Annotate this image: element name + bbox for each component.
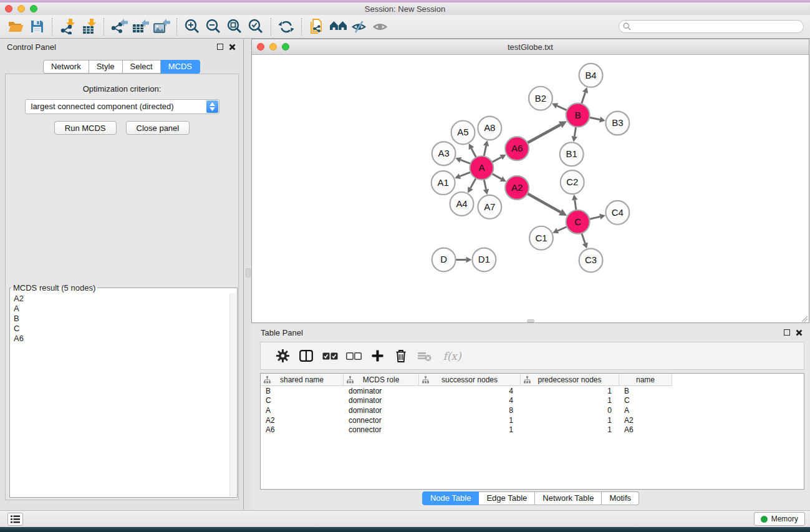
table-cell[interactable]: connector bbox=[344, 416, 419, 425]
table-cell[interactable]: dominator bbox=[344, 406, 419, 415]
table-cell[interactable]: 1 bbox=[521, 387, 619, 395]
network-graph[interactable]: B4B2BB3A5A8A6A3AB1A1A4A7A2C2CC4C1C3DD1 bbox=[252, 56, 809, 322]
horizontal-scrollbar-thumb[interactable] bbox=[527, 319, 534, 322]
column-header[interactable]: successor nodes bbox=[419, 374, 521, 386]
zoom-selected-button[interactable] bbox=[245, 17, 266, 37]
column-header[interactable]: MCDS role bbox=[344, 374, 419, 386]
table-row[interactable]: A2connector11A2 bbox=[261, 415, 804, 425]
table-cell[interactable]: 4 bbox=[419, 387, 521, 395]
tab-node-table[interactable]: Node Table bbox=[422, 491, 480, 505]
result-item[interactable]: C bbox=[11, 324, 228, 334]
tab-network-table[interactable]: Network Table bbox=[535, 491, 602, 505]
tab-network[interactable]: Network bbox=[43, 60, 89, 74]
tab-mcds[interactable]: MCDS bbox=[161, 60, 200, 74]
result-scrollbar[interactable] bbox=[229, 293, 236, 496]
node-A6[interactable]: A6 bbox=[505, 137, 529, 160]
table-cell[interactable]: 1 bbox=[521, 416, 619, 425]
table-cell[interactable]: 1 bbox=[419, 425, 521, 434]
table-row[interactable]: Adominator80A bbox=[261, 405, 804, 415]
vertical-scrollbar-thumb[interactable] bbox=[246, 268, 251, 278]
node-B4[interactable]: B4 bbox=[579, 64, 603, 87]
table-cell[interactable]: A2 bbox=[261, 416, 344, 425]
run-mcds-button[interactable]: Run MCDS bbox=[54, 121, 117, 135]
delete-table-button[interactable] bbox=[413, 345, 436, 367]
node-C2[interactable]: C2 bbox=[561, 170, 584, 194]
search-input[interactable] bbox=[631, 22, 803, 32]
node-B2[interactable]: B2 bbox=[529, 87, 552, 110]
table-cell[interactable]: A6 bbox=[619, 425, 672, 434]
table-cell[interactable]: A bbox=[619, 406, 672, 415]
table-cell[interactable]: 1 bbox=[419, 416, 521, 425]
column-header[interactable]: name bbox=[619, 374, 672, 386]
result-item[interactable]: A6 bbox=[11, 334, 228, 344]
network-window-titlebar[interactable]: testGlobe.txt bbox=[252, 39, 809, 55]
table-cell[interactable]: 1 bbox=[521, 425, 619, 434]
table-cell[interactable]: dominator bbox=[344, 396, 419, 405]
node-A5[interactable]: A5 bbox=[451, 121, 475, 145]
node-A2[interactable]: A2 bbox=[505, 176, 529, 200]
resize-handle-icon[interactable] bbox=[802, 316, 808, 322]
table-cell[interactable]: 1 bbox=[521, 396, 619, 405]
clone-network-button[interactable] bbox=[306, 17, 327, 37]
node-B3[interactable]: B3 bbox=[605, 112, 629, 135]
node-A[interactable]: A bbox=[470, 156, 493, 180]
node-table[interactable]: shared nameMCDS rolesuccessor nodesprede… bbox=[260, 373, 804, 490]
node-C4[interactable]: C4 bbox=[605, 201, 629, 225]
show-all-button[interactable] bbox=[370, 17, 391, 37]
function-builder-button[interactable]: f(x) bbox=[436, 345, 468, 367]
deselect-all-button[interactable] bbox=[342, 345, 365, 367]
export-table-button[interactable] bbox=[130, 17, 151, 37]
column-header[interactable]: shared name bbox=[261, 374, 344, 386]
table-cell[interactable]: A2 bbox=[619, 416, 672, 425]
table-cell[interactable]: B bbox=[619, 387, 672, 395]
close-panel-icon[interactable] bbox=[229, 44, 236, 51]
tab-select[interactable]: Select bbox=[123, 60, 161, 74]
table-row[interactable]: A6connector11A6 bbox=[261, 425, 804, 435]
save-session-button[interactable] bbox=[26, 17, 47, 37]
result-item[interactable]: A bbox=[11, 304, 228, 314]
node-A8[interactable]: A8 bbox=[478, 117, 501, 140]
tab-edge-table[interactable]: Edge Table bbox=[479, 491, 535, 505]
node-A3[interactable]: A3 bbox=[432, 142, 456, 165]
node-A1[interactable]: A1 bbox=[432, 171, 455, 195]
close-panel-icon[interactable] bbox=[796, 329, 803, 336]
import-table-button[interactable] bbox=[78, 17, 99, 37]
node-D1[interactable]: D1 bbox=[472, 248, 496, 272]
node-C1[interactable]: C1 bbox=[529, 226, 553, 250]
refresh-button[interactable] bbox=[276, 17, 297, 37]
select-all-button[interactable] bbox=[318, 345, 342, 367]
table-cell[interactable]: connector bbox=[344, 425, 419, 434]
result-item[interactable]: A2 bbox=[11, 294, 228, 304]
first-neighbors-button[interactable] bbox=[327, 17, 349, 37]
table-settings-button[interactable] bbox=[271, 345, 294, 367]
delete-column-button[interactable] bbox=[389, 345, 413, 367]
tab-style[interactable]: Style bbox=[89, 60, 123, 74]
hide-selected-button[interactable] bbox=[349, 17, 370, 37]
export-image-button[interactable] bbox=[151, 17, 172, 37]
open-session-button[interactable] bbox=[5, 17, 26, 37]
table-cell[interactable]: A bbox=[261, 406, 344, 415]
table-cell[interactable]: 8 bbox=[419, 406, 521, 415]
zoom-out-button[interactable] bbox=[203, 17, 224, 37]
table-row[interactable]: Cdominator41C bbox=[261, 396, 804, 406]
zoom-in-button[interactable] bbox=[181, 17, 203, 37]
tab-motifs[interactable]: Motifs bbox=[602, 491, 639, 505]
memory-button[interactable]: Memory bbox=[754, 512, 805, 526]
node-C3[interactable]: C3 bbox=[579, 249, 603, 273]
table-row[interactable]: Bdominator41B bbox=[261, 386, 804, 396]
node-C[interactable]: C bbox=[566, 210, 590, 234]
close-panel-button[interactable]: Close panel bbox=[126, 121, 190, 135]
node-A4[interactable]: A4 bbox=[450, 192, 474, 216]
zoom-fit-button[interactable] bbox=[224, 17, 245, 37]
import-network-button[interactable] bbox=[57, 17, 78, 37]
table-cell[interactable]: A6 bbox=[261, 425, 344, 434]
result-item[interactable]: B bbox=[11, 314, 228, 324]
table-cell[interactable]: B bbox=[261, 387, 344, 395]
export-network-button[interactable] bbox=[108, 17, 130, 37]
show-columns-button[interactable] bbox=[294, 345, 318, 367]
table-cell[interactable]: C bbox=[261, 396, 344, 405]
table-cell[interactable]: 4 bbox=[419, 396, 521, 405]
float-panel-icon[interactable] bbox=[784, 329, 790, 336]
show-panels-button[interactable] bbox=[7, 513, 23, 526]
network-canvas[interactable]: B4B2BB3A5A8A6A3AB1A1A4A7A2C2CC4C1C3DD1 bbox=[252, 56, 809, 322]
